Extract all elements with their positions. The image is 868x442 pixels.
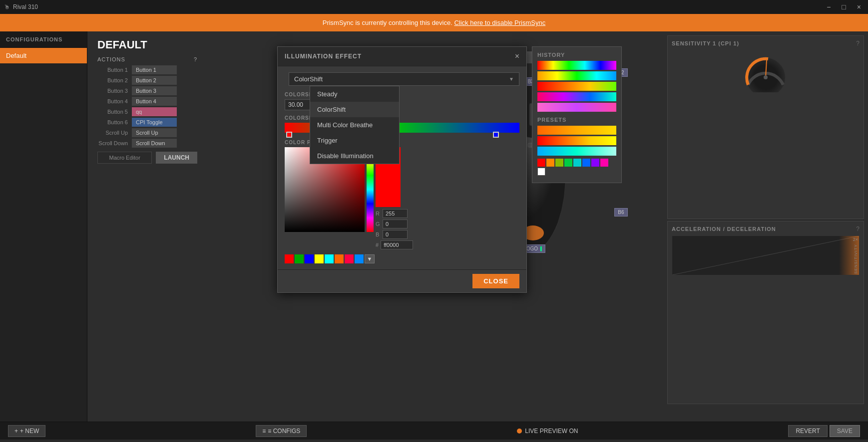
save-button[interactable]: SAVE: [830, 425, 860, 437]
more-swatches-button[interactable]: ▼: [365, 254, 375, 263]
history-swatch-3[interactable]: [537, 82, 616, 91]
button1-action[interactable]: Button 1: [132, 65, 177, 74]
dialog-header: ILLUMINATION EFFECT ×: [278, 47, 526, 66]
small-swatch-green[interactable]: [564, 159, 572, 167]
button2-action[interactable]: Button 2: [132, 76, 177, 85]
rgb-r-row: R: [376, 209, 413, 218]
b-input[interactable]: [383, 230, 408, 239]
prismsync-message: PrismSync is currently controlling this …: [323, 19, 452, 26]
configs-icon: ≡: [262, 428, 266, 435]
g-input[interactable]: [383, 220, 408, 228]
hex-input[interactable]: [381, 240, 413, 249]
prismsync-banner: PrismSync is currently controlling this …: [0, 14, 868, 31]
svg-line-8: [672, 236, 859, 275]
actions-label: ACTIONS ?: [97, 56, 197, 62]
live-preview: LIVE PREVIEW ON: [517, 428, 578, 435]
sensitivity-title: SENSITIVITY 1 (CPI 1): [672, 40, 739, 46]
dropdown-arrow-icon: ▼: [509, 76, 514, 82]
acceleration-help[interactable]: ?: [856, 225, 860, 232]
button6-action[interactable]: CPI Toggle: [132, 118, 177, 127]
close-dialog-button[interactable]: CLOSE: [472, 274, 519, 288]
preset-swatch-3[interactable]: [537, 147, 616, 156]
effect-option-trigger[interactable]: Trigger: [310, 133, 399, 148]
small-swatch-white[interactable]: [537, 168, 545, 176]
scrolldown-action[interactable]: Scroll Down: [132, 139, 177, 148]
action-row: Button 3 Button 3: [97, 86, 197, 95]
action-row: Button 5 qq: [97, 107, 197, 116]
action-label: Button 3: [97, 88, 130, 94]
action-row: Scroll Down Scroll Down: [97, 139, 197, 148]
history-presets-panel: HISTORY PRESETS: [532, 46, 622, 183]
small-swatch-blue[interactable]: [582, 159, 590, 167]
configs-button[interactable]: ≡ ≡ CONFIGS: [256, 425, 307, 437]
presets-title: PRESETS: [537, 117, 616, 123]
swatch-blue[interactable]: [305, 254, 314, 263]
preset-swatch-1[interactable]: [537, 126, 616, 135]
history-swatch-1[interactable]: [537, 61, 616, 70]
restore-button[interactable]: □: [839, 3, 849, 11]
effect-option-disable[interactable]: Disable Illumination: [310, 148, 399, 164]
small-swatch-lime[interactable]: [555, 159, 563, 167]
disable-prismsync-link[interactable]: Click here to disable PrismSync: [454, 19, 545, 26]
close-window-button[interactable]: ×: [854, 3, 864, 11]
action-label: Button 2: [97, 77, 130, 83]
macro-editor-label: Macro Editor: [97, 152, 152, 164]
action-label: Button 5: [97, 109, 130, 115]
dialog-footer: CLOSE: [278, 269, 526, 292]
action-buttons: REVERT SAVE: [788, 425, 860, 437]
button3-action[interactable]: Button 3: [132, 86, 177, 95]
titlebar-controls: − □ ×: [824, 3, 864, 11]
preset-swatch-2[interactable]: [537, 136, 616, 145]
live-preview-label: LIVE PREVIEW ON: [525, 428, 578, 435]
swatch-lightblue[interactable]: [355, 254, 364, 263]
scrollup-action[interactable]: Scroll Up: [132, 128, 177, 137]
g-label: G: [376, 221, 381, 227]
small-swatch-red[interactable]: [537, 159, 545, 167]
swatch-green[interactable]: [295, 254, 304, 263]
effect-dropdown[interactable]: ColorShift ▼: [289, 72, 519, 86]
sidebar-item-default[interactable]: Default: [0, 48, 87, 63]
rgb-b-row: B: [376, 230, 413, 239]
new-config-button[interactable]: + + NEW: [8, 425, 45, 437]
button5-action[interactable]: qq: [132, 107, 177, 116]
swatch-pink[interactable]: [345, 254, 354, 263]
dialog-close-button[interactable]: ×: [515, 52, 519, 61]
effect-option-steady[interactable]: Steady: [310, 86, 399, 102]
swatch-yellow[interactable]: [315, 254, 324, 263]
minimize-button[interactable]: −: [824, 3, 834, 11]
speed-input[interactable]: [285, 99, 312, 110]
small-swatch-purple[interactable]: [591, 159, 599, 167]
history-swatch-4[interactable]: [537, 92, 616, 101]
actions-help-icon[interactable]: ?: [194, 56, 197, 62]
small-swatch-orange[interactable]: [546, 159, 554, 167]
action-row: Button 6 CPI Toggle: [97, 118, 197, 127]
acceleration-title: ACCELERATION / DECELERATION: [672, 226, 776, 232]
content-area: DEFAULT ℹ PRODUCT INFORMATION AND HELP A…: [87, 31, 868, 422]
diagram-b6[interactable]: B6: [614, 208, 627, 217]
stop-blue[interactable]: [493, 132, 499, 138]
small-swatch-teal[interactable]: [573, 159, 581, 167]
action-label: Button 1: [97, 67, 130, 73]
bottom-bar: + + NEW ≡ ≡ CONFIGS LIVE PREVIEW ON REVE…: [0, 422, 868, 440]
sensitivity-help[interactable]: ?: [856, 40, 860, 47]
r-input[interactable]: [383, 209, 408, 218]
history-swatch-5[interactable]: [537, 103, 616, 112]
launch-button[interactable]: LAUNCH: [156, 152, 197, 164]
b-label: B: [376, 231, 381, 237]
action-label: Button 4: [97, 98, 130, 104]
stop-red[interactable]: [286, 132, 292, 138]
revert-button[interactable]: REVERT: [788, 425, 827, 437]
effect-option-multicolorbreathed[interactable]: Multi Color Breathe: [310, 117, 399, 133]
small-swatch-pink[interactable]: [600, 159, 608, 167]
acceleration-graph: 2× SENSITIVITY: [672, 235, 860, 275]
swatch-cyan[interactable]: [325, 254, 334, 263]
swatch-red[interactable]: [285, 254, 294, 263]
effect-option-colorshift[interactable]: ColorShift: [310, 102, 399, 117]
page-title: DEFAULT: [97, 38, 147, 51]
history-swatch-2[interactable]: [537, 71, 616, 80]
button4-action[interactable]: Button 4: [132, 97, 177, 106]
rgb-g-row: G: [376, 220, 413, 228]
titlebar-left: 🖱 Rival 310: [4, 3, 38, 10]
swatch-orange[interactable]: [335, 254, 344, 263]
action-row: Button 2 Button 2: [97, 76, 197, 85]
